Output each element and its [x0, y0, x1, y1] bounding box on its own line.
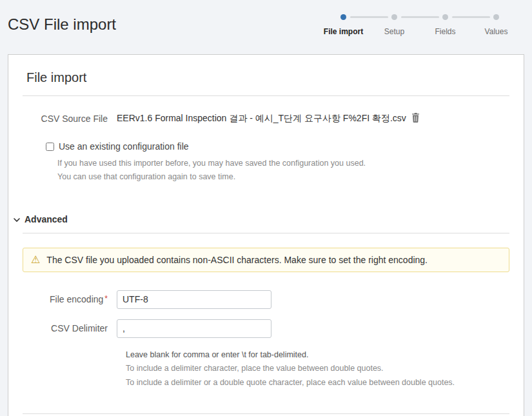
- csv-source-file-row: CSV Source File EERv1.6 Formal Inspectio…: [23, 113, 509, 124]
- panel-heading: File import: [26, 70, 509, 85]
- file-encoding-label: File encoding*: [23, 294, 117, 304]
- wizard-stepper: File import Setup Fields Values: [318, 14, 522, 36]
- help-line: To include a delimiter character, place …: [126, 362, 509, 376]
- file-encoding-row: File encoding*: [23, 290, 509, 309]
- step-label: Fields: [420, 27, 471, 36]
- required-asterisk: *: [104, 294, 108, 303]
- page-header: CSV File import File import Setup Fields…: [0, 0, 532, 54]
- step-setup: Setup: [369, 14, 420, 36]
- divider: [23, 233, 509, 233]
- csv-source-file-value: EERv1.6 Formal Inspection 결과 - 예시_T단계 요구…: [117, 113, 406, 124]
- step-file-import: File import: [318, 14, 369, 36]
- help-line: Leave blank for comma or enter \t for ta…: [126, 348, 509, 362]
- existing-config-help: If you have used this importer before, y…: [57, 157, 509, 184]
- step-fields: Fields: [420, 14, 471, 36]
- page-title: CSV File import: [8, 15, 116, 34]
- step-dot-active: [340, 14, 346, 20]
- step-label: Values: [471, 27, 522, 36]
- existing-config-checkbox[interactable]: [46, 143, 54, 151]
- step-label: File import: [318, 27, 369, 36]
- step-values: Values: [471, 14, 522, 36]
- csv-delimiter-help: Leave blank for comma or enter \t for ta…: [126, 348, 509, 391]
- advanced-label: Advanced: [25, 214, 68, 224]
- csv-source-file-label: CSV Source File: [23, 114, 117, 124]
- encoding-warning-banner: ⚠ The CSV file you uploaded contains non…: [23, 248, 509, 272]
- csv-delimiter-row: CSV Delimiter: [23, 319, 509, 338]
- delete-file-button[interactable]: [411, 113, 420, 124]
- step-dot: [442, 14, 448, 20]
- help-line: To include a delimiter or a double quote…: [126, 376, 509, 390]
- help-line: You can use that configuration again to …: [57, 170, 509, 184]
- existing-config-label: Use an existing configuration file: [59, 141, 189, 152]
- chevron-down-icon: [14, 214, 20, 224]
- divider: [23, 413, 509, 414]
- step-dot: [391, 14, 397, 20]
- csv-delimiter-input[interactable]: [117, 319, 271, 338]
- file-encoding-input[interactable]: [117, 290, 271, 309]
- file-import-panel: File import CSV Source File EERv1.6 Form…: [8, 54, 524, 416]
- warning-text: The CSV file you uploaded contains non-A…: [46, 255, 428, 265]
- csv-delimiter-label: CSV Delimiter: [23, 323, 117, 333]
- warning-icon: ⚠: [31, 255, 40, 265]
- step-dot: [493, 14, 499, 20]
- file-encoding-label-text: File encoding: [50, 294, 103, 304]
- advanced-section-toggle[interactable]: Advanced: [14, 214, 68, 224]
- divider: [23, 95, 509, 96]
- help-line: If you have used this importer before, y…: [57, 157, 509, 170]
- existing-config-option[interactable]: Use an existing configuration file: [46, 141, 509, 152]
- step-label: Setup: [369, 27, 420, 36]
- trash-icon: [411, 115, 420, 124]
